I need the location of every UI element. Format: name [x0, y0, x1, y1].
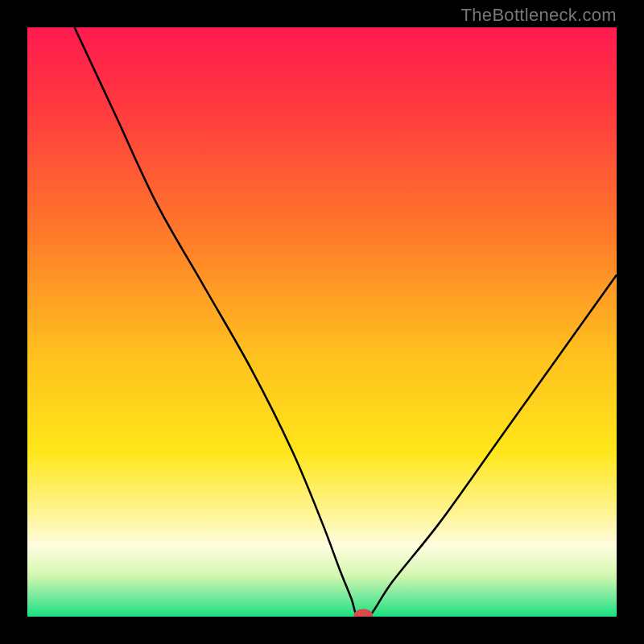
- attribution-text: TheBottleneck.com: [461, 5, 617, 26]
- chart-frame: TheBottleneck.com: [0, 0, 644, 644]
- bottleneck-chart: [27, 27, 617, 617]
- plot-area: [27, 27, 617, 617]
